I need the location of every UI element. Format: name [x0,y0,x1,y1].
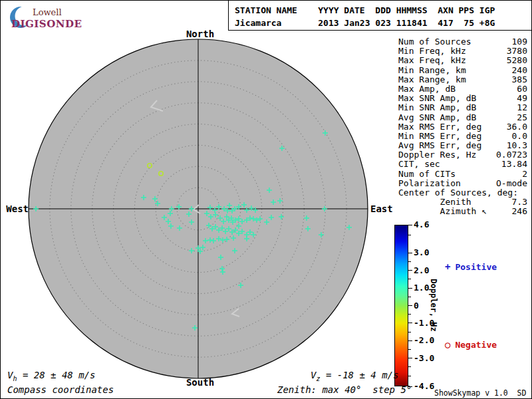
colorbar-tick-label: 2.0 [414,266,429,275]
showskymap-window: Lowell DIGISONDE STATION NAME YYYY DATE … [0,0,532,399]
stats-label: Polarization [398,179,461,188]
digisonde-logo: Lowell DIGISONDE [7,3,94,33]
vz-value: = -18 ± 4 m/s [320,370,398,380]
stats-row: Center of Sources, deg: [398,188,527,198]
compass-label-east: East [370,203,397,214]
vertical-velocity-readout: Vz = -18 ± 4 m/s [311,370,398,382]
stats-row: Min Freq, kHz3780 [398,47,527,56]
colorbar-tick [408,376,411,376]
stats-label: Min SNR Amp, dB [398,103,476,112]
doppler-colorbar [394,225,408,386]
stats-value: 385 [512,75,527,84]
stats-label: Zenith [398,198,471,207]
colorbar-tick-label: 1.0 [414,283,429,293]
colorbar-tick-label: -4.6 [414,382,434,391]
compass-label-south: South [180,377,220,388]
stats-row: Min SNR Amp, dB12 [398,103,527,112]
colorbar-tick [408,340,412,341]
station-header: STATION NAME YYYY DATE DDD HHMMSS AXN PP… [235,4,495,29]
colorbar-tick [408,225,412,225]
colorbar-tick [408,261,411,262]
stats-value: 2 [522,170,527,179]
legend-positive-label: Positive [455,262,497,272]
stats-row: Max RMS Err, deg36.0 [398,122,527,132]
stats-row: Max Freq, kHz5280 [398,56,527,65]
compass-label-north: North [180,29,220,39]
colorbar-tick [408,332,411,332]
stats-row: Min RMS Err, deg0.0 [398,132,527,141]
colorbar-tick [408,253,412,253]
stats-row: Max Amp, dB60 [398,84,527,94]
station-header-columns: STATION NAME YYYY DATE DDD HHMMSS AXN PP… [235,5,495,15]
stats-row: PolarizationO-mode [398,179,527,188]
stats-value: 7.3 [512,198,527,207]
colorbar-tick [408,358,412,358]
legend-negative-label: Negative [455,340,497,350]
plus-marker-icon: + [445,261,450,272]
version-credit: ShowSkymap v 1.0 SD v 4.2 [434,388,532,398]
stats-value: 240 [512,66,527,75]
stats-value: 49 [517,94,527,103]
stats-row: Num of Sources109 [398,37,527,47]
stats-value: 246 [512,207,527,216]
stats-value: 60 [517,84,527,94]
stats-label: Max Freq, kHz [398,56,466,65]
colorbar-tick-label: -3.0 [414,354,434,363]
stats-row: Avg RMS Err, deg10.3 [398,141,527,150]
stats-label: Min Range, km [398,66,466,75]
stats-value: 13.84 [501,160,527,169]
colorbar-title: Doppler, Hz [429,265,438,345]
colorbar-tick [408,305,412,306]
stats-label: Center of Sources, deg: [398,188,518,198]
stats-value: 10.3 [507,141,527,150]
stats-label: Avg SNR Amp, dB [398,113,476,122]
colorbar-tick [408,323,412,323]
stats-value: O-mode [496,179,527,188]
coordinates-note: Compass coordinates [7,384,114,395]
legend-positive: + Positive [445,261,497,272]
stats-value: 12 [517,103,527,112]
stats-value: 36.0 [507,122,527,132]
stats-label: Azimuth ↖ [398,207,487,216]
stats-label: Max Range, km [398,75,466,84]
logo-digisonde-text: DIGISONDE [11,18,82,30]
stats-row: Doppler Res, Hz0.0723 [398,150,527,160]
stats-label: Min Freq, kHz [398,47,466,56]
circle-marker-icon: ○ [445,339,450,350]
stats-row: Min Range, km240 [398,66,527,75]
stats-label: Max SNR Amp, dB [398,94,476,103]
stats-label: CIT, sec [398,160,440,169]
stats-row: Max SNR Amp, dB49 [398,94,527,103]
colorbar-tick [408,349,411,350]
stats-label: Max Amp, dB [398,84,456,94]
stats-row: Avg SNR Amp, dB25 [398,113,527,122]
colorbar-tick [408,279,411,279]
stats-value: 3780 [507,47,527,56]
header-divider-horizontal [228,30,532,31]
stats-value: 109 [512,37,527,47]
stats-label: Min RMS Err, deg [398,132,481,141]
stats-row: CIT, sec13.84 [398,160,527,169]
stats-row: Num of CITs2 [398,170,527,179]
colorbar-tick [408,235,411,235]
colorbar-tick [408,297,411,297]
stats-value: 5280 [507,56,527,65]
colorbar-tick [408,270,412,271]
stats-label: Max RMS Err, deg [398,122,481,132]
colorbar-tick-label: 3.0 [414,248,429,257]
stats-row: Max Range, km385 [398,75,527,84]
colorbar-tick [408,288,412,289]
zenith-scale-note: Zenith: max 40° step 5° [277,384,412,395]
stats-row: Azimuth ↖246 [398,207,527,216]
compass-label-west: West [5,203,29,214]
station-header-values: Jicamarca 2013 Jan23 023 111841 417 75 +… [235,18,495,28]
colorbar-tick [408,366,411,367]
stats-label: Doppler Res, Hz [398,150,476,160]
stats-panel: Num of Sources109Min Freq, kHz3780Max Fr… [398,37,527,217]
stats-value: 25 [517,113,527,122]
header-divider-vertical [228,1,229,30]
colorbar-tick-label: 0 [414,301,419,311]
stats-value: 0.0 [512,132,527,141]
horizontal-velocity-readout: Vh = 28 ± 48 m/s [7,370,95,382]
vh-value: = 28 ± 48 m/s [17,370,95,380]
